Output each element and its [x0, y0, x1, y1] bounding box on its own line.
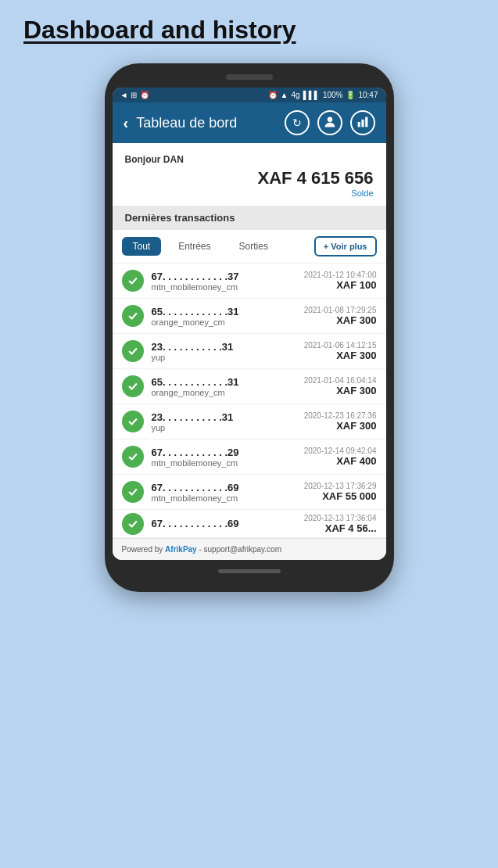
- transaction-number: 23. . . . . . . . . . .31: [152, 411, 296, 423]
- transaction-number: 23. . . . . . . . . . .31: [152, 341, 296, 353]
- transaction-details: 67. . . . . . . . . . . .29 mtn_mobilemo…: [152, 447, 296, 468]
- transaction-status-icon: [122, 513, 144, 535]
- battery-icon: 🔋: [346, 91, 355, 99]
- transaction-right: 2020-12-13 17:36:29 XAF 55 000: [304, 482, 377, 502]
- alarm2-icon: ⏰: [268, 91, 278, 99]
- back-button[interactable]: ‹: [124, 114, 129, 132]
- transaction-amount: XAF 300: [304, 385, 377, 396]
- home-indicator[interactable]: [218, 569, 281, 573]
- transaction-right: 2021-01-06 14:12:15 XAF 300: [304, 341, 377, 361]
- image-icon: ⊞: [131, 91, 137, 99]
- transaction-status-icon: [122, 305, 144, 327]
- transaction-right: 2020-12-23 16:27:36 XAF 300: [304, 411, 377, 432]
- footer-text: Powered by: [122, 545, 166, 554]
- transaction-provider: yup: [152, 353, 296, 362]
- transaction-amount: XAF 300: [304, 314, 377, 326]
- battery-label: 100%: [323, 91, 343, 99]
- transaction-status-icon: [122, 340, 144, 362]
- transaction-amount: XAF 100: [304, 279, 377, 291]
- status-bar: ◄ ⊞ ⏰ ⏰ ▲ 4g ▌▌▌ 100% 🔋 10:47: [113, 88, 386, 102]
- transaction-details: 67. . . . . . . . . . . .37 mtn_mobilemo…: [152, 271, 296, 292]
- transaction-details: 67. . . . . . . . . . . .69: [152, 518, 296, 529]
- svg-rect-1: [357, 122, 360, 127]
- transaction-number: 67. . . . . . . . . . . .69: [152, 482, 296, 493]
- transaction-right: 2021-01-08 17:29:25 XAF 300: [304, 306, 377, 326]
- transaction-provider: mtn_mobilemoney_cm: [152, 458, 296, 468]
- page-title: Dashboard and history: [23, 16, 296, 45]
- transaction-date: 2021-01-08 17:29:25: [304, 306, 377, 314]
- table-row: 65. . . . . . . . . . . .31 orange_money…: [113, 369, 386, 404]
- footer-rest: - support@afrikpay.com: [197, 545, 281, 554]
- status-right-icons: ⏰ ▲ 4g ▌▌▌ 100% 🔋 10:47: [268, 91, 378, 99]
- phone-speaker-area: [113, 74, 386, 80]
- transaction-amount: XAF 4 56...: [304, 522, 377, 534]
- transaction-status-icon: [122, 375, 144, 397]
- transaction-date: 2021-01-12 10:47:00: [304, 271, 377, 279]
- transaction-right: 2020-12-13 17:36:04 XAF 4 56...: [304, 514, 377, 534]
- nav-header: ‹ Tableau de bord ↻: [113, 102, 386, 143]
- status-left-icons: ◄ ⊞ ⏰: [120, 91, 150, 99]
- transaction-details: 23. . . . . . . . . . .31 yup: [152, 341, 296, 362]
- transaction-provider: orange_money_cm: [152, 388, 296, 397]
- transaction-number: 65. . . . . . . . . . . .31: [152, 376, 296, 388]
- transaction-details: 67. . . . . . . . . . . .69 mtn_mobilemo…: [152, 482, 296, 503]
- table-row: 23. . . . . . . . . . .31 yup 2020-12-23…: [113, 404, 386, 439]
- phone-speaker: [226, 74, 273, 80]
- profile-button[interactable]: [317, 110, 342, 135]
- phone-home-area: [113, 569, 386, 573]
- phone-screen: ◄ ⊞ ⏰ ⏰ ▲ 4g ▌▌▌ 100% 🔋 10:47 ‹ Tableau …: [113, 88, 386, 560]
- navigation-icon: ◄: [120, 91, 128, 99]
- transaction-date: 2020-12-13 17:36:04: [304, 514, 377, 522]
- table-row: 65. . . . . . . . . . . .31 orange_money…: [113, 299, 386, 334]
- transaction-status-icon: [122, 270, 144, 292]
- transaction-provider: mtn_mobilemoney_cm: [152, 493, 296, 503]
- transaction-date: 2020-12-23 16:27:36: [304, 411, 377, 420]
- transaction-number: 67. . . . . . . . . . . .37: [152, 271, 296, 282]
- refresh-button[interactable]: ↻: [285, 110, 310, 135]
- transaction-number: 67. . . . . . . . . . . .69: [152, 518, 296, 529]
- filter-tout[interactable]: Tout: [122, 237, 162, 256]
- greeting-name: DAN: [163, 154, 184, 165]
- refresh-icon: ↻: [292, 117, 302, 129]
- transaction-list: 67. . . . . . . . . . . .37 mtn_mobilemo…: [113, 264, 386, 538]
- svg-rect-3: [365, 117, 367, 127]
- transaction-provider: orange_money_cm: [152, 317, 296, 327]
- transaction-date: 2021-01-06 14:12:15: [304, 341, 377, 350]
- transactions-header: Dernières transactions: [113, 206, 386, 230]
- transaction-details: 65. . . . . . . . . . . .31 orange_money…: [152, 306, 296, 327]
- table-row: 23. . . . . . . . . . .31 yup 2021-01-06…: [113, 334, 386, 369]
- svg-point-0: [327, 117, 331, 121]
- transaction-number: 65. . . . . . . . . . . .31: [152, 306, 296, 317]
- table-row: 67. . . . . . . . . . . .29 mtn_mobilemo…: [113, 439, 386, 475]
- filter-bar: Tout Entrées Sorties + Voir plus: [113, 230, 386, 264]
- filter-sorties[interactable]: Sorties: [228, 237, 279, 256]
- transaction-status-icon: [122, 446, 144, 468]
- transaction-provider: mtn_mobilemoney_cm: [152, 282, 296, 292]
- transaction-status-icon: [122, 481, 144, 503]
- filter-entrees[interactable]: Entrées: [167, 237, 221, 256]
- balance-label: Solde: [125, 188, 374, 198]
- transaction-status-icon: [122, 411, 144, 432]
- footer-link[interactable]: AfrikPay: [165, 545, 197, 554]
- table-row: 67. . . . . . . . . . . .69 mtn_mobilemo…: [113, 475, 386, 510]
- greeting-prefix: Bonjour: [125, 154, 163, 165]
- transaction-date: 2020-12-14 09:42:04: [304, 447, 377, 455]
- chart-icon: [356, 116, 369, 131]
- transaction-amount: XAF 300: [304, 350, 377, 361]
- table-row: 67. . . . . . . . . . . .69 2020-12-13 1…: [113, 510, 386, 538]
- svg-rect-2: [361, 119, 364, 127]
- transaction-amount: XAF 55 000: [304, 490, 377, 502]
- network-label: 4g: [292, 91, 300, 99]
- voir-plus-button[interactable]: + Voir plus: [314, 236, 377, 256]
- wifi-icon: ▲: [281, 91, 288, 99]
- transaction-details: 65. . . . . . . . . . . .31 orange_money…: [152, 376, 296, 397]
- time-display: 10:47: [358, 91, 378, 99]
- table-row: 67. . . . . . . . . . . .37 mtn_mobilemo…: [113, 264, 386, 299]
- transaction-right: 2021-01-04 16:04:14 XAF 300: [304, 376, 377, 396]
- chart-button[interactable]: [350, 110, 375, 135]
- greeting: Bonjour DAN: [125, 154, 374, 165]
- transaction-details: 23. . . . . . . . . . .31 yup: [152, 411, 296, 432]
- transaction-date: 2020-12-13 17:36:29: [304, 482, 377, 490]
- transaction-amount: XAF 400: [304, 455, 377, 467]
- signal-bars-icon: ▌▌▌: [303, 91, 320, 99]
